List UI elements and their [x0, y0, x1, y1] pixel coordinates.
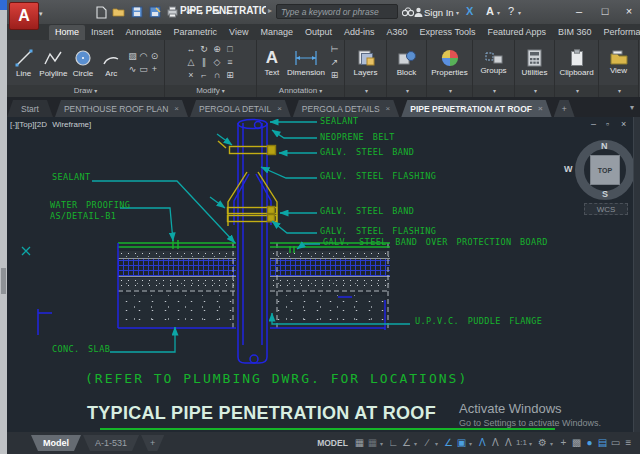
ribbon-tab-express-tools[interactable]: Express Tools — [414, 25, 482, 40]
viewport-restore-icon[interactable]: ▫ — [606, 119, 609, 129]
new-layout-button[interactable]: + — [141, 435, 164, 451]
scale-caret-icon[interactable]: ▾ — [529, 440, 535, 447]
properties-panel-label[interactable]: ▾ — [427, 85, 472, 97]
file-tab-pergola-detail[interactable]: PERGOLA DETAIL× — [190, 100, 291, 117]
rectangle-icon[interactable]: ▭ — [139, 64, 148, 75]
application-menu-caret-icon[interactable]: ▾ — [39, 10, 43, 18]
customization-menu-icon[interactable]: ≡ — [623, 433, 634, 453]
save-icon[interactable] — [128, 5, 145, 19]
ortho-mode-icon[interactable]: ∟ — [388, 433, 399, 453]
sign-in-button[interactable]: Sign In — [424, 7, 454, 18]
close-tab-icon[interactable]: × — [277, 104, 282, 113]
search-input[interactable] — [276, 4, 398, 19]
ribbon-tab-manage[interactable]: Manage — [254, 25, 299, 40]
sign-in-caret-icon[interactable]: ▾ — [456, 9, 463, 16]
close-button[interactable]: × — [618, 3, 640, 20]
ribbon-tab-featured-apps[interactable]: Featured Apps — [481, 25, 552, 40]
ribbon-tab-addins[interactable]: Add-ins — [338, 25, 381, 40]
status-plus-icon[interactable]: + — [558, 433, 569, 453]
linear-dimension-icon[interactable]: ⊢ — [331, 44, 339, 55]
background-scrollbar-thumb[interactable] — [1, 268, 6, 294]
viewport-close-icon[interactable]: × — [621, 119, 626, 129]
save-as-icon[interactable] — [146, 5, 163, 19]
application-menu-button[interactable]: A — [9, 2, 39, 30]
groups-panel-label[interactable]: ▾ — [473, 85, 514, 97]
workspace-caret-icon[interactable]: ▾ — [550, 440, 556, 447]
modify-panel-label[interactable]: Modify▾ — [165, 85, 256, 97]
annotation-scale-button[interactable]: 1:1 — [516, 433, 527, 453]
model-space-badge[interactable]: MODEL — [317, 438, 348, 448]
viewcube-north[interactable]: N — [601, 141, 608, 151]
exchange-apps-icon[interactable]: X — [466, 5, 473, 17]
ribbon-tab-output[interactable]: Output — [299, 25, 338, 40]
rotate-icon[interactable]: ↻ — [200, 44, 208, 55]
block-button[interactable]: Block — [391, 49, 422, 77]
polar-tracking-icon[interactable]: ∠ — [401, 433, 412, 453]
object-snap-icon[interactable]: ▣ — [456, 433, 467, 453]
ribbon-tab-a360[interactable]: A360 — [381, 25, 414, 40]
a360-caret-icon[interactable]: ▾ — [497, 9, 504, 16]
polar-caret-icon[interactable]: ▾ — [414, 440, 420, 447]
close-tab-icon[interactable]: × — [174, 104, 179, 113]
minimize-button[interactable]: – — [568, 3, 590, 20]
new-drawing-tab-button[interactable]: + — [554, 100, 575, 117]
isolate-objects-icon[interactable]: ▩ — [571, 433, 582, 453]
snap-caret-icon[interactable]: ▾ — [380, 440, 386, 447]
copy-icon[interactable]: △ — [188, 57, 195, 68]
ribbon-tab-insert[interactable]: Insert — [85, 25, 120, 40]
file-tab-pipe-penetration-at-roof[interactable]: PIPE PENETRATION AT ROOF× — [401, 100, 551, 117]
graphics-performance-icon[interactable]: ● — [584, 433, 595, 453]
layers-panel-label[interactable]: ▾ — [345, 85, 386, 97]
scale-icon[interactable]: ⊞ — [226, 70, 234, 81]
erase-icon[interactable]: □ — [227, 44, 232, 55]
user-icon[interactable] — [413, 5, 423, 19]
draw-panel-label[interactable]: Draw▾ — [7, 85, 164, 97]
ribbon-tab-performance[interactable]: Performance — [597, 25, 640, 40]
dimension-button[interactable]: Dimension — [286, 49, 326, 77]
isodraft-caret-icon[interactable]: ▾ — [435, 440, 441, 447]
view-button[interactable]: View — [603, 50, 634, 75]
properties-button[interactable]: Properties — [431, 49, 468, 77]
ellipse-icon[interactable]: ⊙ — [151, 51, 159, 62]
layers-button[interactable]: Layers — [349, 49, 382, 77]
a360-icon[interactable]: A — [486, 5, 494, 17]
fillet-icon[interactable]: ◇ — [214, 57, 221, 68]
osnap-caret-icon[interactable]: ▾ — [469, 440, 475, 447]
file-tab-start[interactable]: Start — [7, 100, 53, 117]
utilities-panel-label[interactable]: ▾ — [515, 85, 554, 97]
maximize-button[interactable]: □ — [594, 3, 616, 20]
model-tab[interactable]: Model — [31, 435, 81, 451]
polyline-button[interactable]: Polyline — [39, 48, 67, 78]
utilities-button[interactable]: Utilities — [519, 49, 550, 77]
ribbon-tab-bim360[interactable]: BIM 360 — [552, 25, 598, 40]
viewport-controls[interactable]: [-][Top][2D Wireframe] — [10, 120, 91, 129]
table-icon[interactable]: ⊞ — [331, 70, 339, 81]
clean-screen-icon[interactable]: ▭ — [610, 433, 621, 453]
workspace-switching-icon[interactable]: ⚙ — [537, 433, 548, 453]
move-icon[interactable]: ↔ — [187, 44, 196, 55]
viewcube-top-face[interactable]: TOP — [590, 155, 620, 185]
explode-icon[interactable]: ≡ — [227, 57, 232, 68]
file-tab-penthouse-roof-plan[interactable]: PENTHOUSE ROOF PLAN× — [55, 100, 188, 117]
ribbon-tab-annotate[interactable]: Annotate — [120, 25, 168, 40]
view-panel-label[interactable]: ▾ — [599, 85, 638, 97]
hardware-acceleration-icon[interactable]: ▤ — [597, 433, 608, 453]
help-caret-icon[interactable]: ▾ — [518, 9, 525, 16]
annotation-panel-label[interactable]: Annotation▾ — [257, 85, 344, 97]
ribbon-tab-view[interactable]: View — [223, 25, 254, 40]
circle-button[interactable]: Circle — [70, 48, 95, 78]
close-tab-icon[interactable]: × — [386, 104, 391, 113]
layout-tab-a-1-531[interactable]: A-1-531 — [83, 435, 139, 451]
stretch-icon[interactable]: × — [188, 70, 193, 81]
leader-icon[interactable]: ↗ — [331, 57, 339, 68]
clipboard-button[interactable]: Clipboard — [559, 49, 594, 77]
ellipse-arc-icon[interactable]: ◠ — [140, 51, 148, 62]
mirror-icon[interactable]: ∥ — [202, 57, 207, 68]
plot-icon[interactable] — [164, 5, 181, 19]
clipboard-panel-label[interactable]: ▾ — [555, 85, 598, 97]
viewcube-south[interactable]: S — [602, 189, 608, 199]
show-annotation-objects-icon[interactable]: Λ — [477, 433, 488, 453]
line-button[interactable]: Line — [11, 48, 36, 78]
block-panel-label[interactable]: ▾ — [387, 85, 426, 97]
help-icon[interactable]: ? — [508, 5, 514, 17]
